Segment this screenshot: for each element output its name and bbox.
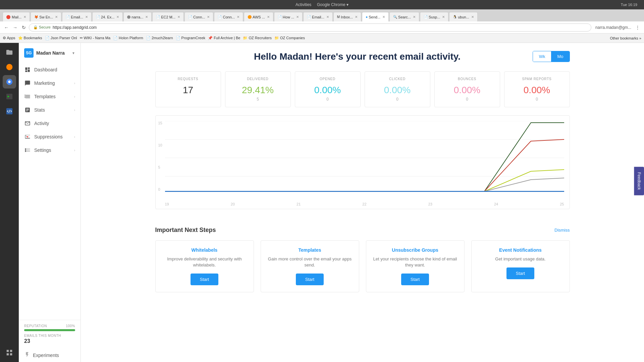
- y-label-5: 5: [158, 165, 162, 169]
- browser-chrome: Activities Google Chrome ▾ Tue 16:19 Mai…: [0, 0, 644, 43]
- taskbar-terminal[interactable]: [3, 90, 16, 103]
- dashboard-header: Hello Madan! Here's your recent email ac…: [155, 51, 570, 62]
- tab-mail[interactable]: Mail... ✕: [3, 12, 30, 21]
- tab-ec2[interactable]: 📄 EC2 M... ✕: [152, 12, 184, 21]
- whitelabels-start-button[interactable]: Start: [191, 274, 218, 285]
- close-icon[interactable]: ✕: [413, 15, 416, 19]
- extensions-button[interactable]: ⋮: [634, 24, 641, 31]
- close-icon[interactable]: ✕: [382, 15, 385, 19]
- refresh-button[interactable]: ↻: [20, 24, 28, 31]
- sidebar-label-dashboard: Dashboard: [34, 67, 75, 72]
- close-icon[interactable]: ✕: [55, 15, 58, 19]
- next-step-templates: Templates Gain more control over the ema…: [261, 240, 359, 292]
- stat-card-requests: REQUESTS 17: [155, 71, 221, 107]
- feedback-tab[interactable]: Feedback: [634, 167, 644, 195]
- taskbar-chrome[interactable]: [3, 75, 16, 88]
- close-icon[interactable]: ✕: [177, 15, 180, 19]
- tab-label: Email...: [312, 15, 324, 19]
- close-icon[interactable]: ✕: [116, 15, 119, 19]
- bookmark-wiki[interactable]: ✏ WIKI - Narra Ma: [80, 36, 111, 40]
- period-month-button[interactable]: Mo: [551, 51, 569, 62]
- bookmark-others[interactable]: Other bookmarks »: [610, 36, 641, 40]
- events-start-button[interactable]: Start: [506, 267, 534, 279]
- period-week-button[interactable]: Wk: [533, 51, 551, 62]
- dismiss-button[interactable]: Dismiss: [554, 228, 570, 233]
- stat-label-delivered: DELIVERED: [231, 77, 285, 81]
- back-button[interactable]: ←: [3, 24, 10, 31]
- tab-narra[interactable]: narra... ✕: [123, 12, 152, 21]
- tab-email[interactable]: 📄 Email... ✕: [62, 12, 92, 21]
- x-label-23: 23: [428, 202, 432, 206]
- taskbar-code[interactable]: [3, 105, 16, 118]
- unsubscribe-start-button[interactable]: Start: [401, 274, 429, 285]
- sidebar-item-activity[interactable]: Activity: [19, 117, 80, 130]
- sidebar-item-settings[interactable]: Settings ›: [19, 143, 80, 157]
- tab-search[interactable]: 🔍 Searc... ✕: [389, 12, 419, 21]
- close-icon[interactable]: ✕: [23, 15, 26, 19]
- sidebar-item-stats[interactable]: Stats ›: [19, 103, 80, 117]
- unsubscribe-title: Unsubscribe Groups: [373, 247, 458, 253]
- sidebar-label-templates: Templates: [34, 94, 71, 99]
- taskbar-firefox[interactable]: [3, 60, 16, 74]
- tab-sw[interactable]: 🦊 Sw En... ✕: [31, 12, 61, 21]
- address-bar[interactable]: 🔒 Secure https://app.sendgrid.com: [29, 23, 591, 32]
- tab-sendgrid[interactable]: ● Send... ✕: [362, 12, 389, 21]
- close-icon[interactable]: ✕: [207, 15, 210, 19]
- whitelabels-desc: Improve deliverability and security with…: [162, 256, 247, 268]
- bookmark-fullarchive[interactable]: 📌 Full Archive | Be: [208, 36, 240, 40]
- tab-bar[interactable]: Mail... ✕ 🦊 Sw En... ✕ 📄 Email... ✕ 📄 24…: [0, 9, 644, 21]
- taskbar-apps[interactable]: [3, 346, 16, 359]
- close-icon[interactable]: ✕: [471, 15, 474, 19]
- svg-rect-7: [7, 353, 9, 355]
- close-icon[interactable]: ✕: [296, 15, 299, 19]
- sidebar-item-templates[interactable]: Templates ›: [19, 90, 80, 103]
- experiments-icon: [24, 352, 30, 359]
- stat-sub-requests: [161, 97, 215, 102]
- close-icon[interactable]: ✕: [442, 15, 445, 19]
- bookmark-oz-recruiters[interactable]: 📁 OZ Recruiters: [243, 36, 272, 40]
- bookmark-programcreek[interactable]: 📄 ProgramCreek: [176, 36, 206, 40]
- dashboard-icon: [24, 66, 31, 73]
- tab-email2[interactable]: 📄 Email... ✕: [303, 12, 333, 21]
- close-icon[interactable]: ✕: [237, 15, 239, 19]
- taskbar-files[interactable]: [3, 46, 16, 59]
- next-steps-section: Important Next Steps Dismiss Whitelabels…: [155, 219, 570, 300]
- tab-conn2[interactable]: 📄 Conn... ✕: [214, 12, 243, 21]
- stats-icon: [24, 107, 31, 113]
- sidebar-item-suppressions[interactable]: Suppressions ›: [19, 130, 80, 143]
- sidebar-item-marketing[interactable]: Marketing ›: [19, 76, 80, 90]
- period-toggle[interactable]: Wk Mo: [533, 51, 570, 62]
- tab-inbox[interactable]: M Inbox... ✕: [333, 12, 361, 21]
- forward-button[interactable]: →: [11, 24, 19, 31]
- tab-24[interactable]: 📄 24. Ex... ✕: [92, 12, 123, 21]
- bookmark-json[interactable]: 📄 Json Parser Onl: [45, 36, 77, 40]
- stat-value-delivered: 29.41%: [231, 85, 285, 96]
- sidebar: SG Madan Narra ▼ Dashboard Marketing ›: [19, 43, 81, 362]
- tab-susp[interactable]: 📄 Susp... ✕: [420, 12, 448, 21]
- y-label-15: 15: [158, 121, 162, 125]
- bookmark-holon[interactable]: 📄 Holon Platform: [113, 36, 143, 40]
- tab-conn1[interactable]: 📄 Conn... ✕: [184, 12, 213, 21]
- close-icon[interactable]: ✕: [145, 15, 148, 19]
- close-icon[interactable]: ✕: [326, 15, 329, 19]
- tab-aws[interactable]: 🟠 AWS ... ✕: [244, 12, 273, 21]
- close-icon[interactable]: ✕: [85, 15, 88, 19]
- sidebar-item-experiments[interactable]: Experiments: [19, 348, 80, 362]
- close-icon[interactable]: ✕: [267, 15, 270, 19]
- templates-start-button[interactable]: Start: [296, 274, 324, 285]
- sidebar-footer: REPUTATION 100% EMAILS THIS MONTH 23: [19, 320, 80, 348]
- bookmark-apps[interactable]: ⚙ Apps: [3, 36, 15, 40]
- tab-label: AWS ...: [253, 15, 265, 19]
- secure-icon: 🔒 Secure: [33, 25, 51, 29]
- reputation-label: REPUTATION 100%: [24, 324, 75, 328]
- tab-how[interactable]: 📄 How ... ✕: [274, 12, 303, 21]
- tab-ubuntu[interactable]: 🐧 ubun... ✕: [449, 12, 478, 21]
- sidebar-header[interactable]: SG Madan Narra ▼: [19, 43, 80, 60]
- bookmark-oz-companies[interactable]: 📁 OZ Companies: [274, 36, 305, 40]
- bookmark-bookmarks[interactable]: ⭐ Bookmarks: [18, 36, 42, 40]
- close-icon[interactable]: ✕: [355, 15, 358, 19]
- unsubscribe-desc: Let your recipients choose the kind of e…: [373, 256, 458, 268]
- sidebar-item-dashboard[interactable]: Dashboard: [19, 63, 80, 76]
- svg-point-9: [27, 136, 29, 138]
- bookmark-2much[interactable]: 📄 2much2learn: [146, 36, 173, 40]
